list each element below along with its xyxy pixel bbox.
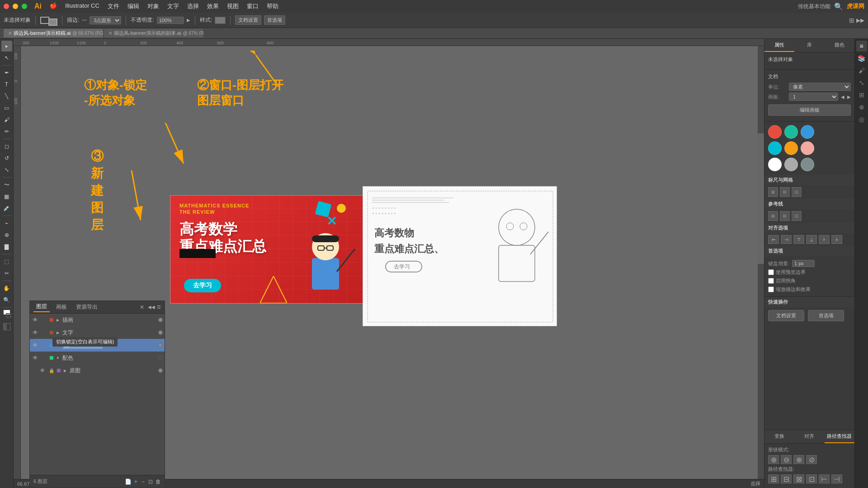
preferences-section-header[interactable]: 首选项 [764,246,854,256]
style-swatch[interactable] [215,17,226,24]
pathfinder-tab[interactable]: 路径查找器 [825,430,854,443]
canvas-area[interactable]: 300 1200 1100 0 200 400 500 600 100 0 10… [14,39,764,488]
layer-1-visibility-toggle[interactable]: 👁 [32,316,39,324]
rulers-section-header[interactable]: 标尺与网格 [764,175,854,185]
divide-btn[interactable]: ⊞ [768,474,779,483]
menu-window[interactable]: 窗口 [243,1,262,11]
align-center-btn[interactable]: ⊣ [781,235,792,244]
grid-toggle-btn[interactable]: ⊞ [768,187,778,197]
eraser-tool[interactable]: ◻ [1,141,12,152]
slice-tool[interactable]: ✂ [1,268,12,279]
toggle-options-btn[interactable]: ⊡ [148,479,153,485]
layer-3-visibility-toggle[interactable]: 👁 [32,342,39,349]
guides-btn-1[interactable]: ⊞ [768,211,778,221]
artboards-tab[interactable]: 画板 [53,302,70,312]
doc-settings-button[interactable]: 文档设置 [235,15,261,25]
color-swatch-blue[interactable] [801,125,814,139]
appearance-icon[interactable]: ◎ [856,114,867,125]
menu-select[interactable]: 选择 [184,1,203,11]
transform-icon[interactable]: ⤡ [856,77,867,88]
artboard-nav-left[interactable]: ◀ [841,94,844,99]
rotate-tool[interactable]: ↺ [1,153,12,164]
scale-tool[interactable]: ⤡ [1,164,12,175]
paintbrush-tool[interactable]: 🖌 [1,114,12,125]
line-tool[interactable]: ╲ [1,91,12,102]
transform-tab[interactable]: 变换 [764,430,794,443]
unite-btn[interactable]: ⊕ [768,455,779,464]
vscroll-thumb[interactable] [758,133,764,264]
pathfinder-icon[interactable]: ⊕ [856,102,867,113]
corner-widget-checkbox[interactable] [768,278,774,284]
close-button[interactable] [4,4,9,9]
layer-2-expand[interactable]: ▶ [55,330,61,335]
menu-edit[interactable]: 编辑 [124,1,143,11]
minus-front-btn[interactable]: ⊖ [781,455,792,464]
layer-5-expand[interactable]: ▶ [62,368,68,373]
blend-tool[interactable]: ⌁ [1,218,12,229]
align-tab[interactable]: 对齐 [794,430,824,443]
color-swatch-cyan[interactable] [768,141,782,155]
stroke-swatch[interactable] [48,19,57,26]
outline-btn[interactable]: ⊢ [819,474,830,483]
asset-export-tab[interactable]: 资源导出 [73,302,100,312]
menu-effects[interactable]: 效果 [203,1,222,11]
vertical-scrollbar[interactable] [758,46,764,482]
arrange-icon[interactable]: ⊞ [849,17,854,24]
menu-help[interactable]: 帮助 [263,1,282,11]
guides-btn-3[interactable]: ⊡ [792,211,802,221]
merge-btn[interactable]: ⊠ [793,474,804,483]
collapse-all-btn[interactable]: ◀◀ [148,305,155,310]
properties-tab[interactable]: 属性 [764,39,794,52]
layer-2-visibility-toggle[interactable]: 👁 [32,329,39,336]
layer-4-visibility-toggle[interactable]: 👁 [32,354,39,361]
panel-arrow-icon[interactable]: ▶▶ [856,17,864,23]
pencil-tool[interactable]: ✏ [1,126,12,137]
zoom-tool[interactable]: 🔍 [1,295,12,305]
delete-layer-btn[interactable]: 🗑 [156,479,161,485]
tab-1-close[interactable]: ✕ [108,31,112,36]
crop-btn[interactable]: ⊡ [806,474,817,483]
align-left-btn[interactable]: ⊢ [768,235,779,244]
minus-back-btn[interactable]: ⊣ [831,474,842,483]
scale-strokes-checkbox[interactable] [768,286,774,292]
exclude-btn[interactable]: ⊘ [806,455,817,464]
new-layer-btn[interactable]: 📄 [125,479,132,485]
type-tool[interactable]: T [1,79,12,90]
tab-1[interactable]: ✕ 插边风-banner演示稿的副本.ai @ 67% (RGB/GPU 预览) [104,29,203,38]
align-icon[interactable]: ⊞ [856,89,867,100]
brush-icon[interactable]: 🖌 [856,65,867,76]
quick-doc-settings-btn[interactable]: 文档设置 [768,310,804,321]
edit-artboard-button[interactable]: 编辑画板 [768,104,851,116]
color-swatch-orange[interactable] [784,141,798,155]
layer-5-visibility-toggle[interactable]: 👁 [39,367,46,374]
fill-swatch[interactable] [40,17,49,24]
opacity-value[interactable]: 100% [157,17,184,24]
libraries-icon[interactable]: 📚 [856,53,867,64]
guides-btn-2[interactable]: ⊟ [780,211,790,221]
properties-icon[interactable]: ≡ [856,41,867,52]
minimize-button[interactable] [13,4,18,9]
new-sublayer-btn[interactable]: + [134,479,137,485]
menu-file[interactable]: 文件 [104,1,123,11]
color-swatch-dark-gray[interactable] [801,158,814,171]
menu-object[interactable]: 对象 [144,1,163,11]
align-right-btn[interactable]: ⊤ [793,235,804,244]
distribute-equal-btn[interactable]: ⊧ [831,235,842,244]
tab-0[interactable]: ✕ 插边风-banner演示精稿.ai @ 66.67% (RGB/GPU 预览… [4,29,103,38]
preferences-button[interactable]: 首选项 [264,15,285,25]
stroke-color-box[interactable] [6,313,11,318]
opacity-arrow[interactable]: ▶ [187,18,190,23]
layers-tab[interactable]: 图层 [33,302,50,312]
trim-btn[interactable]: ⊟ [781,474,792,483]
color-swatch-salmon[interactable] [801,141,814,155]
menu-apple[interactable]: 🍎 [46,1,61,11]
libraries-tab[interactable]: 库 [794,39,824,52]
intersect-btn[interactable]: ⊗ [793,455,804,464]
layer-5-lock-toggle[interactable]: 🔒 [48,367,55,374]
layer-2-lock-toggle[interactable] [41,329,48,336]
layer-3-lock-toggle[interactable] [41,342,48,349]
menu-text[interactable]: 文字 [164,1,183,11]
layer-1-expand[interactable]: ▶ [55,317,61,323]
panel-menu-btn[interactable]: ☰ [157,305,161,310]
search-icon[interactable]: 🔍 [834,2,843,11]
